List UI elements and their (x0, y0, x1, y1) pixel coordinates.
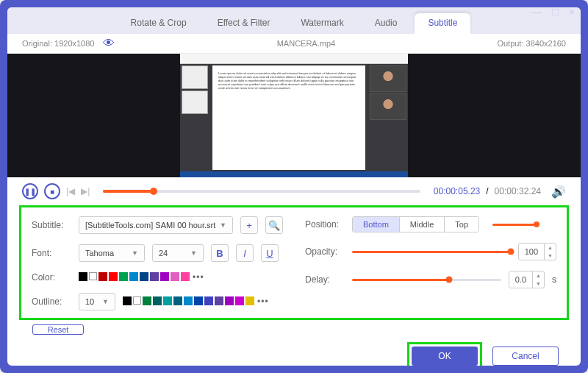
cancel-button[interactable]: Cancel (492, 347, 559, 366)
position-bottom[interactable]: Bottom (353, 217, 400, 232)
color-swatch[interactable] (129, 272, 138, 281)
maximize-icon[interactable]: □ (552, 6, 558, 18)
color-label: Color: (32, 272, 71, 283)
chevron-down-icon: ▼ (190, 249, 197, 257)
outline-size-dropdown[interactable]: 10▼ (79, 293, 115, 310)
timeline-slider[interactable] (103, 190, 420, 193)
color-swatch[interactable] (140, 272, 148, 281)
font-name-value: Tahoma (85, 249, 114, 257)
color-swatch[interactable] (98, 272, 107, 281)
color-swatch[interactable] (143, 296, 151, 305)
color-swatch[interactable] (109, 272, 118, 281)
color-swatch[interactable] (153, 296, 162, 305)
output-resolution: 3840x2160 (526, 39, 566, 48)
bold-button[interactable]: B (211, 244, 229, 262)
preview-toggle-icon[interactable]: 👁 (103, 37, 115, 50)
underline-button[interactable]: U (261, 244, 279, 262)
more-outline-colors-button[interactable]: ••• (257, 296, 269, 307)
titlebar-controls: — □ × (531, 6, 575, 18)
original-resolution: 1920x1080 (54, 39, 94, 48)
opacity-input[interactable]: 100 ▲▼ (518, 243, 556, 260)
italic-button[interactable]: I (236, 244, 254, 262)
ok-button[interactable]: OK (412, 347, 478, 366)
pause-button[interactable]: ❚❚ (22, 183, 38, 199)
app-window: — □ × Rotate & Crop Effect & Filter Wate… (0, 0, 588, 373)
outline-label: Outline: (32, 296, 71, 307)
font-size-value: 24 (159, 249, 168, 257)
add-subtitle-button[interactable]: + (240, 216, 258, 234)
color-swatch[interactable] (171, 272, 179, 281)
prev-frame-button[interactable]: |◀ (66, 186, 75, 196)
color-swatch[interactable] (89, 272, 97, 280)
color-swatch[interactable] (181, 272, 190, 281)
info-bar: Original: 1920x1080 👁 MANCERA.mp4 Output… (7, 34, 581, 54)
output-label: Output: (497, 39, 523, 48)
tab-bar: Rotate & Crop Effect & Filter Watermark … (7, 7, 581, 34)
color-swatch[interactable] (225, 296, 234, 305)
dialog-footer: OK Cancel (7, 335, 581, 366)
color-swatch[interactable] (119, 272, 128, 281)
tab-rotate-crop[interactable]: Rotate & Crop (118, 13, 200, 34)
stepper-up-icon[interactable]: ▲ (533, 271, 544, 280)
color-swatch[interactable] (184, 296, 193, 305)
tab-audio[interactable]: Audio (362, 13, 411, 34)
video-preview: Lorem ipsum dolor sit amet consectetur a… (7, 54, 581, 177)
delay-unit: s (552, 274, 556, 285)
font-name-dropdown[interactable]: Tahoma▼ (79, 244, 145, 262)
font-size-dropdown[interactable]: 24▼ (152, 244, 204, 262)
opacity-label: Opacity: (305, 246, 345, 257)
ok-highlight: OK (407, 342, 482, 366)
outline-color-swatches: ••• (123, 296, 269, 307)
color-swatch[interactable] (160, 272, 169, 281)
position-top[interactable]: Top (445, 217, 478, 232)
next-frame-button[interactable]: ▶| (81, 186, 90, 196)
stepper-up-icon[interactable]: ▲ (545, 244, 556, 252)
stepper-down-icon[interactable]: ▼ (545, 252, 556, 260)
color-swatch[interactable] (194, 296, 203, 305)
stepper-down-icon[interactable]: ▼ (533, 280, 544, 288)
tab-subtitle[interactable]: Subtitle (415, 13, 470, 34)
delay-label: Delay: (305, 274, 345, 285)
search-icon: 🔍 (268, 220, 280, 231)
color-swatch[interactable] (204, 296, 213, 305)
opacity-slider[interactable] (352, 251, 511, 253)
stop-button[interactable]: ■ (44, 183, 60, 199)
chevron-down-icon: ▼ (102, 298, 109, 305)
color-swatch[interactable] (245, 296, 254, 305)
font-label: Font: (32, 248, 71, 258)
chevron-down-icon: ▼ (132, 249, 138, 257)
preview-frame: Lorem ipsum dolor sit amet consectetur a… (180, 54, 408, 177)
delay-input[interactable]: 0.0 ▲▼ (509, 271, 545, 288)
reset-button[interactable]: Reset (32, 324, 84, 335)
color-swatch[interactable] (163, 296, 172, 305)
color-swatch[interactable] (215, 296, 223, 305)
color-swatch[interactable] (133, 296, 141, 305)
more-colors-button[interactable]: ••• (193, 272, 204, 283)
playback-controls: ❚❚ ■ |◀ ▶| 00:00:05.23/00:00:32.24 🔊 (7, 177, 581, 205)
position-label: Position: (305, 219, 345, 230)
color-swatch[interactable] (123, 296, 132, 305)
time-separator: / (486, 186, 488, 196)
subtitle-file-dropdown[interactable]: [SubtitleTools.com] SAMI 00 hour.srt▼ (79, 216, 233, 234)
subtitle-file-value: [SubtitleTools.com] SAMI 00 hour.srt (85, 221, 215, 230)
position-middle[interactable]: Middle (400, 217, 445, 232)
close-icon[interactable]: × (569, 6, 575, 18)
delay-slider[interactable] (352, 279, 501, 281)
opacity-value: 100 (519, 247, 544, 256)
current-time: 00:00:05.23 (434, 186, 480, 196)
tab-effect-filter[interactable]: Effect & Filter (204, 13, 284, 34)
tab-watermark[interactable]: Watermark (287, 13, 356, 34)
volume-icon[interactable]: 🔊 (551, 185, 566, 199)
color-swatches: ••• (79, 272, 204, 283)
delay-value: 0.0 (509, 275, 532, 284)
subtitle-label: Subtitle: (32, 220, 71, 230)
outline-size-value: 10 (85, 297, 94, 306)
color-swatch[interactable] (79, 272, 87, 281)
color-swatch[interactable] (150, 272, 159, 281)
minimize-icon[interactable]: — (531, 6, 542, 18)
search-subtitle-button[interactable]: 🔍 (265, 216, 283, 234)
position-segmented: Bottom Middle Top (352, 216, 479, 232)
color-swatch[interactable] (235, 296, 244, 305)
position-offset-slider[interactable] (492, 224, 537, 226)
color-swatch[interactable] (173, 296, 182, 305)
